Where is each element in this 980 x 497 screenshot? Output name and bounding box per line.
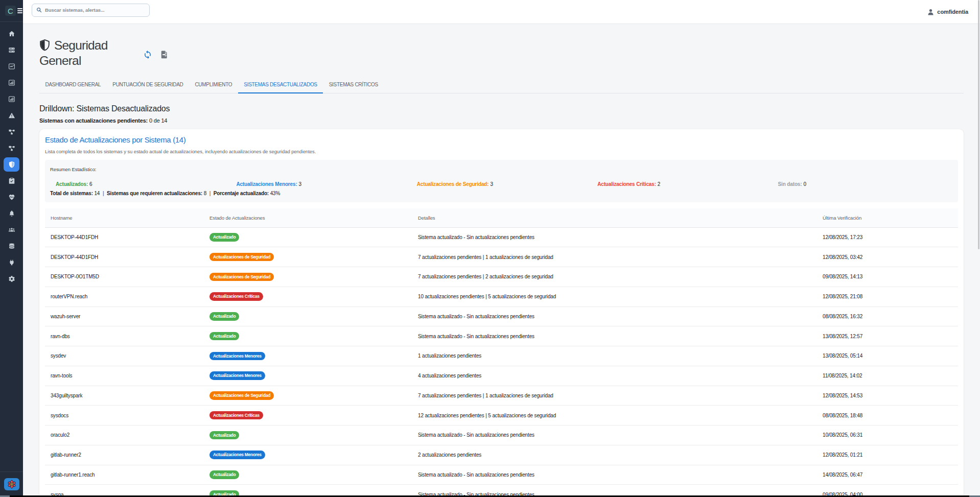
sidebar-item-chart-column[interactable] xyxy=(0,75,23,91)
stat-label: Actualizaciones de Seguridad: xyxy=(417,181,489,187)
cell-status: Actualizado xyxy=(204,425,412,445)
sidebar-item-gear[interactable] xyxy=(0,271,23,287)
network-nodes-icon xyxy=(8,145,15,152)
stat-actualizados-: Actualizados:6 xyxy=(50,180,230,188)
clipboard-check-icon xyxy=(8,177,15,184)
user-icon xyxy=(927,8,935,16)
status-badge: Actualizado xyxy=(209,332,239,341)
total-label: Sistemas que requieren actualizaciones: xyxy=(107,191,202,196)
cell-last-check: 09/08/2025, 14:13 xyxy=(817,267,958,287)
stat-label: Sin datos: xyxy=(778,181,802,187)
table-row: DESKTOP-44D1FDHActualizadoSistema actual… xyxy=(45,227,958,247)
stats-title: Resumen Estadístico: xyxy=(50,165,953,173)
table-row: routerVPN.reachActualizaciones Críticas1… xyxy=(45,287,958,306)
drilldown-title: Drilldown: Sistemas Desactualizados xyxy=(39,104,964,114)
sidebar-item-alert-triangle[interactable] xyxy=(0,107,23,124)
cell-last-check: 12/08/2025, 17:23 xyxy=(817,227,958,247)
sidebar-item-network-nodes[interactable] xyxy=(0,140,23,156)
table-row: ravn-toolsActualizaciones Menores4 actua… xyxy=(45,366,958,386)
table-row: 343guiltysparkActualizaciones de Segurid… xyxy=(45,386,958,406)
cell-details: 7 actualizaciones pendientes | 2 actuali… xyxy=(412,267,817,287)
cell-details: 1 actualizaciones pendientes xyxy=(412,346,817,366)
cell-last-check: 12/08/2025, 03:42 xyxy=(817,247,958,267)
cell-status: Actualizado xyxy=(204,227,412,247)
tab-cumplimiento[interactable]: CUMPLIMIENTO xyxy=(189,76,238,93)
sidebar-item-heart-pulse[interactable] xyxy=(0,189,23,205)
stat-value: 6 xyxy=(89,181,92,187)
cell-status: Actualizaciones de Seguridad xyxy=(204,386,412,406)
stat-label: Actualizaciones Críticas: xyxy=(597,181,656,187)
status-badge: Actualizado xyxy=(209,233,239,242)
status-badge: Actualizaciones de Seguridad xyxy=(209,391,274,400)
tab-dashboard-general[interactable]: DASHBOARD GENERAL xyxy=(39,76,107,93)
cell-status: Actualizaciones Críticas xyxy=(204,406,412,425)
total-value: 14 xyxy=(93,191,100,196)
sidebar-item-users[interactable] xyxy=(0,222,23,238)
cell-last-check: 08/08/2025, 18:48 xyxy=(817,406,958,425)
cell-hostname: wazuh-server xyxy=(45,306,204,326)
summary-label: Sistemas con actualizaciones pendientes: xyxy=(39,117,148,124)
scrollbar-thumb[interactable] xyxy=(978,0,980,249)
cell-last-check: 12/08/2025, 14:53 xyxy=(817,386,958,406)
stat-value: 3 xyxy=(299,181,301,187)
cell-hostname: gitlab-runner1.reach xyxy=(45,465,204,485)
user-name: comfidentia xyxy=(937,9,968,15)
status-badge: Actualizaciones de Seguridad xyxy=(209,253,274,262)
tab-sistemas-cr-ticos[interactable]: SISTEMAS CRÍTICOS xyxy=(323,76,384,93)
react-query-devtools-button[interactable] xyxy=(4,478,19,490)
export-icon xyxy=(160,50,169,59)
totals-separator: | xyxy=(206,191,214,196)
sidebar-item-server[interactable] xyxy=(0,42,23,58)
stat-label: Actualizados: xyxy=(56,181,88,187)
tab-puntuaci-n-de-seguridad[interactable]: PUNTUACIÓN DE SEGURIDAD xyxy=(107,76,189,93)
export-button[interactable] xyxy=(160,50,169,59)
chart-column-icon xyxy=(8,96,15,103)
column-header--ltima-verificaci-n: Última Verificación xyxy=(817,208,958,227)
cell-details: 10 actualizaciones pendientes | 5 actual… xyxy=(412,287,817,306)
sidebar-item-database[interactable] xyxy=(0,238,23,254)
sidebar-item-chart-line[interactable] xyxy=(0,58,23,75)
shield-icon xyxy=(39,39,50,51)
cell-status: Actualizaciones de Seguridad xyxy=(204,247,412,267)
cell-hostname: DESKTOP-0O1TM5D xyxy=(45,267,204,287)
table-row: wazuh-serverActualizadoSistema actualiza… xyxy=(45,306,958,326)
refresh-button[interactable] xyxy=(143,50,152,59)
sidebar-footer xyxy=(0,471,23,497)
sidebar-item-shield-active[interactable] xyxy=(0,156,23,173)
updates-card: Estado de Actualizaciones por Sistema (1… xyxy=(39,129,964,497)
plug-icon xyxy=(8,259,15,266)
stat-sin-datos-: Sin datos:0 xyxy=(773,180,953,188)
app-logo[interactable]: C xyxy=(5,6,16,16)
cell-last-check: 13/08/2025, 05:14 xyxy=(817,346,958,366)
card-title: Estado de Actualizaciones por Sistema (1… xyxy=(45,135,958,145)
cell-last-check: 13/08/2025, 12:57 xyxy=(817,326,958,346)
cell-details: Sistema actualizado - Sin actualizacione… xyxy=(412,227,817,247)
search-input[interactable] xyxy=(45,7,145,13)
cell-status: Actualizado xyxy=(204,465,412,485)
hamburger-menu-icon[interactable] xyxy=(17,8,22,13)
sidebar-item-home[interactable] xyxy=(0,26,23,42)
sidebar-item-clipboard-check[interactable] xyxy=(0,173,23,189)
heart-pulse-icon xyxy=(8,194,15,201)
user-menu[interactable]: comfidentia xyxy=(927,8,968,16)
column-header-estado-de-actualizaciones: Estado de Actualizaciones xyxy=(204,208,412,227)
sidebar-item-plug[interactable] xyxy=(0,254,23,271)
cell-details: Sistema actualizado - Sin actualizacione… xyxy=(412,425,817,445)
sidebar-item-network-nodes[interactable] xyxy=(0,124,23,140)
card-subtitle: Lista completa de todos los sistemas y s… xyxy=(45,149,958,154)
cell-status: Actualizaciones de Seguridad xyxy=(204,267,412,287)
sidebar-header: C xyxy=(0,0,23,22)
stat-value: 2 xyxy=(658,181,660,187)
status-badge: Actualizaciones Críticas xyxy=(209,411,263,420)
stat-actualizaciones-de-seguridad-: Actualizaciones de Seguridad:3 xyxy=(411,180,592,188)
sidebar-item-chart-column[interactable] xyxy=(0,91,23,107)
total-value: 8 xyxy=(202,191,206,196)
table-row: sysdevActualizaciones Menores1 actualiza… xyxy=(45,346,958,366)
sidebar-item-bell[interactable] xyxy=(0,205,23,222)
status-badge: Actualizado xyxy=(209,312,239,321)
table-row: ravn-dbsActualizadoSistema actualizado -… xyxy=(45,326,958,346)
alert-triangle-icon xyxy=(8,112,15,119)
tab-sistemas-desactualizados[interactable]: SISTEMAS DESACTUALIZADOS xyxy=(238,76,323,93)
table-row: oraculo2ActualizadoSistema actualizado -… xyxy=(45,425,958,445)
page-actions xyxy=(143,50,169,59)
